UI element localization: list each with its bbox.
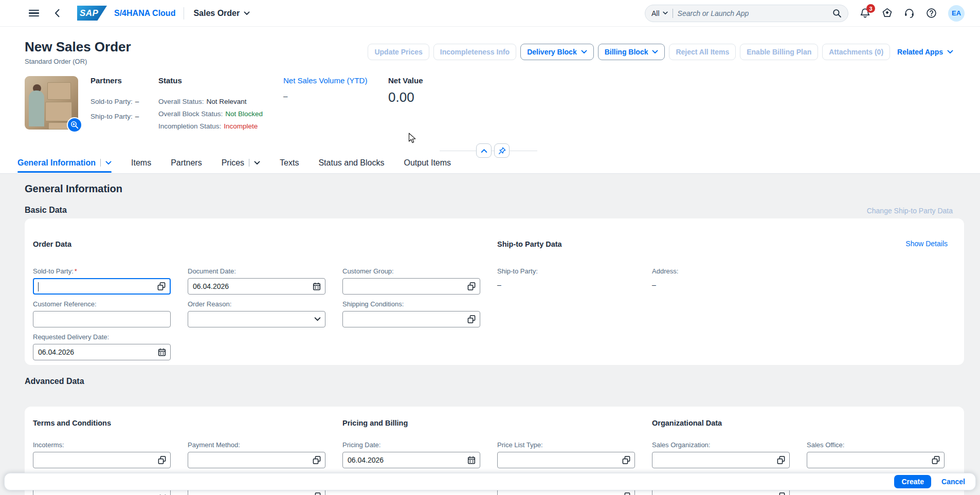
tab-partners[interactable]: Partners: [171, 152, 202, 174]
app-title-menu[interactable]: Sales Order: [193, 9, 250, 18]
shell-divider: [184, 7, 184, 20]
menu-hamburger-icon[interactable]: [29, 10, 39, 17]
calendar-icon[interactable]: [313, 282, 321, 290]
net-value-column: Net Value 0.00: [388, 76, 423, 105]
sap-companion-icon[interactable]: [882, 8, 893, 19]
input-requested-delivery-date[interactable]: 06.04.2026: [33, 344, 171, 360]
input-value: 06.04.2026: [193, 282, 229, 290]
header-attribute-overall-block-status: Overall Block Status:Not Blocked: [158, 110, 263, 118]
search-separator: [673, 9, 673, 18]
action-label: Reject All Items: [676, 48, 729, 56]
net-sales-volume-value: –: [283, 91, 367, 100]
input-incoterms[interactable]: [33, 452, 171, 468]
field-label: Customer Reference:: [33, 300, 171, 309]
help-icon[interactable]: [926, 8, 937, 19]
general-information-heading: General Information: [25, 183, 122, 195]
create-button[interactable]: Create: [894, 475, 931, 488]
field-label: Sales Office:: [807, 441, 945, 450]
header-attribute-ship-to-party: Ship-to Party:–: [90, 113, 139, 120]
value-help-icon[interactable]: [313, 492, 321, 495]
chevron-down-icon: [254, 161, 260, 165]
search-placeholder: Search or Launch App: [678, 9, 828, 17]
field-incoterms: Incoterms:: [33, 441, 171, 468]
partner-photo-image: [25, 76, 78, 130]
net-sales-volume-link[interactable]: Net Sales Volume (YTD): [283, 76, 367, 85]
collapse-header-button[interactable]: [476, 143, 492, 158]
value-help-icon[interactable]: [622, 456, 630, 464]
value-help-icon[interactable]: [467, 282, 476, 290]
value-help-icon[interactable]: [313, 456, 321, 464]
value-help-icon[interactable]: [157, 282, 166, 290]
action-delivery-block[interactable]: Delivery Block: [520, 44, 594, 60]
tab-items[interactable]: Items: [131, 152, 151, 174]
action-enable-billing-plan[interactable]: Enable Billing Plan: [740, 44, 818, 60]
support-headset-icon[interactable]: [904, 8, 915, 19]
field-label: Requested Delivery Date:: [33, 333, 171, 342]
action-related-apps[interactable]: Related Apps: [894, 44, 956, 60]
calendar-icon[interactable]: [158, 348, 166, 356]
search-input[interactable]: All Search or Launch App: [645, 5, 848, 22]
action-reject-all-items[interactable]: Reject All Items: [669, 44, 736, 60]
action-attachments-0[interactable]: Attachments (0): [822, 44, 890, 60]
header-attribute-incompletion-status: Incompletion Status:Incomplete: [158, 122, 258, 130]
tab-separator: [249, 159, 249, 167]
input-customer-group[interactable]: [342, 278, 480, 295]
value-help-icon[interactable]: [932, 456, 940, 464]
action-label: Update Prices: [374, 48, 422, 56]
partners-title: Partners: [90, 76, 122, 85]
required-indicator: *: [75, 267, 77, 275]
calendar-icon[interactable]: [467, 456, 476, 464]
input-document-date[interactable]: 06.04.2026: [188, 278, 325, 295]
chevron-up-icon: [481, 149, 487, 153]
value-help-icon[interactable]: [777, 456, 785, 464]
user-avatar[interactable]: EA: [948, 5, 965, 22]
tab-texts[interactable]: Texts: [280, 152, 299, 174]
input-sold-to-party[interactable]: [33, 278, 171, 295]
sap-logo[interactable]: SAP: [77, 6, 107, 21]
value-help-icon[interactable]: [158, 456, 166, 464]
cancel-button[interactable]: Cancel: [941, 478, 965, 486]
display-label-address: Address:: [652, 267, 678, 275]
input-sales-organization[interactable]: [652, 452, 790, 468]
app-title: Sales Order: [193, 9, 240, 18]
input-shipping-conditions[interactable]: [342, 311, 480, 327]
action-billing-block[interactable]: Billing Block: [598, 44, 665, 60]
tab-prices[interactable]: Prices: [222, 152, 260, 174]
field-sales-organization: Sales Organization:: [652, 441, 790, 468]
value-help-icon[interactable]: [777, 492, 785, 495]
field-payment-method: Payment Method:: [188, 441, 325, 468]
pin-header-button[interactable]: [494, 143, 510, 158]
search-icon[interactable]: [832, 9, 842, 18]
input-pricing-date[interactable]: 06.04.2026: [342, 452, 480, 468]
tab-status-and-blocks[interactable]: Status and Blocks: [318, 152, 384, 174]
tab-output-items[interactable]: Output Items: [404, 152, 451, 174]
select-chevron-icon[interactable]: [314, 317, 321, 322]
pin-icon: [498, 147, 506, 155]
tab-label: Prices: [222, 158, 244, 168]
change-ship-to-party-link[interactable]: Change Ship-to Party Data: [867, 207, 953, 215]
tab-general-information[interactable]: General Information: [17, 152, 112, 174]
sap-logo-text: SAP: [77, 8, 98, 19]
value-help-icon[interactable]: [622, 492, 630, 495]
input-sales-office[interactable]: [807, 452, 945, 468]
action-incompleteness-info[interactable]: Incompleteness Info: [433, 44, 516, 60]
show-details-link[interactable]: Show Details: [905, 240, 948, 248]
back-navigation-icon[interactable]: [55, 9, 60, 17]
zoom-image-button[interactable]: [67, 117, 82, 133]
value-help-icon[interactable]: [467, 315, 476, 323]
search-scope-selector[interactable]: All: [651, 9, 668, 17]
notifications-bell-icon[interactable]: 3: [860, 8, 870, 19]
input-order-reason[interactable]: [188, 311, 325, 327]
field-pricing-date: Pricing Date:06.04.2026: [342, 441, 480, 468]
field-price-list-type: Price List Type:: [497, 441, 635, 468]
input-payment-method[interactable]: [188, 452, 325, 468]
action-label: Enable Billing Plan: [747, 48, 811, 56]
action-update-prices[interactable]: Update Prices: [368, 44, 429, 60]
input-price-list-type[interactable]: [497, 452, 635, 468]
field-label: Document Date:: [188, 267, 325, 276]
field-label: Order Reason:: [188, 300, 325, 309]
input-customer-reference[interactable]: [33, 311, 171, 327]
order-data-heading: Order Data: [33, 240, 71, 248]
chevron-down-icon: [663, 11, 668, 15]
chevron-down-icon: [947, 50, 953, 54]
